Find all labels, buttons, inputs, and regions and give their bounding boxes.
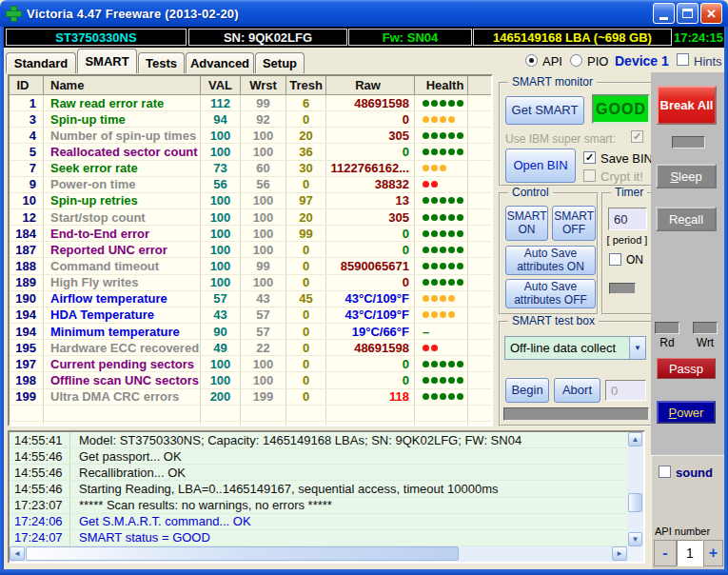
log-vertical-scrollbar[interactable]: ▲ ▼ <box>627 432 643 546</box>
cell-tresh: 30 <box>286 161 326 176</box>
table-row[interactable]: 4Number of spin-up times10010020305 <box>10 128 491 144</box>
table-header: ID Name VAL Wrst Tresh Raw Health <box>10 76 491 95</box>
abort-button[interactable]: Abort <box>554 378 600 403</box>
timer-on-checkbox[interactable] <box>609 253 621 266</box>
health-dot-icon <box>423 132 429 139</box>
table-row[interactable]: 197Current pending sectors10010000 <box>10 356 491 372</box>
table-row[interactable]: 5Reallocated sector count100100360 <box>10 144 491 160</box>
table-row[interactable]: 189High Fly writes10010000 <box>10 275 491 291</box>
health-dot-icon <box>440 361 446 367</box>
health-dot-icon <box>457 263 463 269</box>
power-button[interactable]: Power <box>657 401 716 424</box>
recall-button[interactable]: Recall <box>656 207 717 231</box>
tab-smart[interactable]: SMART <box>77 49 137 73</box>
tab-standard[interactable]: Standard <box>6 52 76 73</box>
test-select-value: Off-line data collect <box>505 341 629 355</box>
begin-button[interactable]: Begin <box>505 378 549 403</box>
smart-monitor-label: SMART monitor <box>508 75 597 89</box>
table-row[interactable]: 194Minimum temperature9057019°C/66°F– <box>10 324 491 340</box>
dropdown-arrow-icon[interactable]: ▼ <box>629 337 645 359</box>
table-row[interactable]: 9Power-on time5656038832 <box>10 177 491 193</box>
test-select[interactable]: Off-line data collect ▼ <box>504 336 646 360</box>
horizontal-scroll-thumb[interactable] <box>26 546 459 561</box>
cell-extra <box>468 161 489 176</box>
log-row: 14:55:46Starting Reading, LBA=0..1465149… <box>10 481 627 497</box>
autosave-on-button[interactable]: Auto Save attributes ON <box>505 246 596 275</box>
smart-on-button[interactable]: SMART ON <box>505 206 548 241</box>
table-row[interactable]: 3Spin-up time949200 <box>10 111 491 128</box>
health-dot-icon <box>440 393 446 400</box>
api-number-value: 1 <box>677 540 703 566</box>
log-message: Get passport... OK <box>70 449 182 464</box>
scroll-left-button[interactable]: ◄ <box>10 546 25 561</box>
health-dot-icon <box>440 165 446 171</box>
minimize-button[interactable] <box>653 3 675 24</box>
cell-id: 4 <box>10 128 44 143</box>
open-bin-button[interactable]: Open BIN <box>505 149 576 183</box>
cell-health <box>415 161 468 176</box>
write-indicator <box>693 322 718 334</box>
vertical-scroll-thumb[interactable] <box>628 493 642 512</box>
get-smart-button[interactable]: Get SMART <box>505 96 584 125</box>
api-minus-button[interactable]: - <box>654 540 677 566</box>
tab-tests[interactable]: Tests <box>138 52 185 73</box>
health-dot-icon <box>423 279 429 286</box>
health-dot-icon <box>431 165 438 171</box>
table-row[interactable]: 1Raw read error rate11299648691598 <box>10 95 491 111</box>
health-dot-icon <box>457 197 463 204</box>
cell-name: Raw read error rate <box>44 95 201 110</box>
passport-button[interactable]: Passp <box>657 358 716 379</box>
cell-health <box>415 340 468 355</box>
drive-model: ST3750330NS <box>6 29 187 46</box>
sound-checkbox[interactable] <box>659 466 671 478</box>
health-dot-icon <box>440 116 446 123</box>
health-dot-icon <box>448 279 455 286</box>
ibm-smart-label: Use IBM super smart: <box>505 132 616 146</box>
save-bin-checkbox[interactable]: ✓ <box>583 151 596 164</box>
table-row[interactable]: 10Spin-up retries1001009713 <box>10 193 491 209</box>
api-plus-button[interactable]: + <box>703 540 723 566</box>
log-horizontal-scrollbar[interactable]: ◄ ► <box>10 546 627 562</box>
health-dot-icon <box>457 149 463 155</box>
table-row[interactable]: 198Offline scan UNC sectors10010000 <box>10 372 491 388</box>
close-button[interactable]: ✕ <box>700 3 722 24</box>
table-row[interactable]: 188Command timeout1009908590065671 <box>10 258 491 274</box>
table-row[interactable]: 184End-to-End error100100990 <box>10 226 491 242</box>
cell-name: Minimum temperature <box>44 324 201 339</box>
title-bar[interactable]: Victoria 4.47 Freeware (2013-02-20) ✕ <box>0 0 728 27</box>
cell-id: 3 <box>10 111 44 127</box>
wrt-label: Wrt <box>689 336 721 349</box>
hints-checkbox[interactable] <box>677 53 689 66</box>
table-row[interactable]: 7Seek error rate7360301122766162... <box>10 161 491 177</box>
cell-raw: 0 <box>326 372 415 387</box>
timer-input[interactable]: 60 <box>608 208 647 230</box>
api-radio[interactable] <box>525 54 538 67</box>
table-row[interactable]: 194HDA Temperature4357043°C/109°F <box>10 307 491 324</box>
table-row[interactable]: 187Reported UNC error10010000 <box>10 242 491 258</box>
cell-val: 49 <box>201 340 241 355</box>
scroll-right-button[interactable]: ► <box>612 546 627 561</box>
table-row[interactable]: 199Ultra DMA CRC errors2001990118 <box>10 389 491 406</box>
smart-off-button[interactable]: SMART OFF <box>552 206 596 241</box>
maximize-button[interactable] <box>677 3 698 24</box>
cell-val: 73 <box>201 161 241 176</box>
health-dot-icon <box>431 279 438 286</box>
table-row[interactable]: 12Start/stop count10010020305 <box>10 209 491 226</box>
scroll-up-button[interactable]: ▲ <box>628 432 642 446</box>
log-row: 17:24:07SMART status = GOOD <box>10 530 627 546</box>
table-row[interactable]: 195Hardware ECC recovered4922048691598 <box>10 340 491 356</box>
break-all-button[interactable]: Break All <box>657 86 717 125</box>
hints-label: Hints <box>694 54 722 69</box>
health-dot-icon <box>457 393 463 400</box>
tab-advanced[interactable]: Advanced <box>186 52 254 73</box>
cell-raw: 0 <box>326 144 415 159</box>
sleep-button[interactable]: Sleep <box>656 164 717 188</box>
cell-tresh: 45 <box>286 291 326 307</box>
table-row[interactable]: 190Airflow temperature57434543°C/109°F <box>10 291 491 307</box>
autosave-off-button[interactable]: Auto Save attributes OFF <box>505 279 596 308</box>
cell-name: Spin-up time <box>44 111 201 127</box>
scroll-down-button[interactable]: ▼ <box>628 532 642 546</box>
cell-val: 100 <box>201 258 241 273</box>
pio-radio[interactable] <box>570 54 582 67</box>
tab-setup[interactable]: Setup <box>255 52 305 73</box>
